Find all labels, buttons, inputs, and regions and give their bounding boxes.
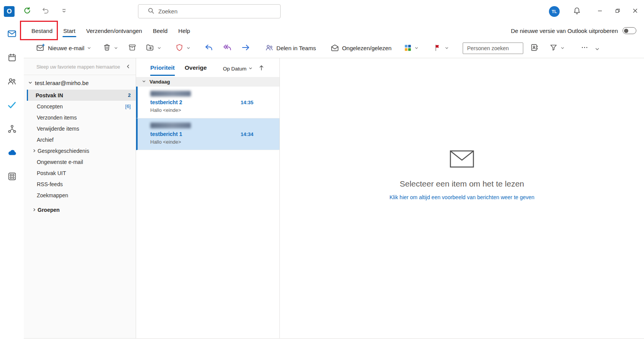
reply-icon (204, 43, 214, 53)
groups-section[interactable]: Groepen (27, 204, 136, 215)
people-search-input[interactable] (463, 43, 523, 54)
group-header-today[interactable]: Vandaag (136, 77, 279, 87)
forward-icon (241, 43, 250, 53)
calendar-module-button[interactable] (7, 53, 17, 64)
always-preview-link[interactable]: Klik hier om altijd een voorbeeld van be… (389, 194, 534, 200)
people-module-button[interactable] (7, 77, 17, 87)
favorites-hint: Sleep uw favoriete mappen hiernaartoe (36, 64, 136, 70)
undo-icon (41, 7, 50, 16)
org-chart-icon (7, 124, 17, 135)
close-icon (632, 8, 638, 15)
todo-module-button[interactable] (7, 100, 17, 111)
chevron-down-icon (61, 8, 67, 15)
folder-label: Postvak UIT (37, 170, 66, 176)
delete-button[interactable] (100, 41, 121, 55)
address-book-button[interactable] (527, 41, 542, 55)
quick-access-menu-button[interactable] (58, 6, 70, 17)
sort-direction-button[interactable] (259, 65, 264, 76)
arrow-up-icon (259, 66, 264, 72)
tab-focused[interactable]: Prioriteit (150, 64, 175, 76)
report-button[interactable] (172, 41, 194, 55)
calendar-icon (7, 53, 17, 64)
status-bar (24, 338, 644, 362)
ribbon-collapse-button[interactable] (591, 43, 603, 56)
chevron-down-icon (114, 46, 118, 50)
mail-module-button[interactable] (7, 29, 17, 40)
chevron-right-icon (32, 207, 36, 213)
tab-verzenden-ontvangen[interactable]: Verzenden/ontvangen (81, 23, 148, 38)
share-teams-label: Delen in Teams (276, 45, 316, 51)
draft-count: [6] (125, 103, 131, 109)
message-preview: Hallo <einde> (150, 107, 275, 113)
reading-pane: Selecteer een item om het te lezen Klik … (280, 58, 644, 338)
folder-label: Gesprekgeschiedenis (38, 148, 89, 154)
new-email-label: Nieuwe e-mail (48, 45, 84, 51)
message-row[interactable]: testbericht 1 14:34 Hallo <einde> (136, 118, 279, 150)
onedrive-module-button[interactable] (7, 148, 17, 159)
reply-all-button[interactable] (220, 41, 235, 55)
message-preview: Hallo <einde> (150, 139, 275, 145)
categorize-button[interactable] (401, 41, 422, 55)
sync-button[interactable] (21, 6, 33, 17)
folder-search-folders[interactable]: Zoekmappen (27, 190, 136, 201)
reply-all-icon (223, 43, 232, 53)
titlebar: O TL (0, 0, 644, 23)
bell-icon (573, 7, 581, 16)
more-apps-button[interactable] (7, 172, 17, 182)
collapse-pane-button[interactable] (126, 64, 131, 70)
folder-junk[interactable]: Ongewenste e-mail (27, 156, 136, 167)
account-avatar[interactable]: TL (549, 6, 560, 17)
archive-button[interactable] (125, 41, 140, 55)
message-row[interactable]: testbericht 2 14:35 Hallo <einde> (136, 87, 279, 118)
minimize-button[interactable] (591, 0, 609, 23)
close-button[interactable] (626, 0, 644, 23)
notifications-button[interactable] (571, 6, 583, 17)
folder-drafts[interactable]: Concepten [6] (27, 101, 136, 112)
account-row[interactable]: test.leraar@mirho.be (24, 76, 136, 90)
chevron-down-icon (87, 46, 91, 50)
unread-count: 2 (128, 92, 131, 98)
tab-bestand[interactable]: Bestand (26, 23, 58, 38)
tab-help[interactable]: Help (173, 23, 196, 38)
new-email-button[interactable]: Nieuwe e-mail (33, 41, 94, 55)
reply-button[interactable] (201, 41, 217, 55)
share-teams-button[interactable]: Delen in Teams (262, 41, 319, 55)
folder-rss-feeds[interactable]: RSS-feeds (27, 179, 136, 190)
folder-archive[interactable]: Archief (27, 134, 136, 145)
tab-start[interactable]: Start (58, 23, 81, 38)
folder-label: Archief (37, 137, 54, 143)
org-module-button[interactable] (7, 124, 17, 135)
folder-outbox[interactable]: Postvak UIT (27, 167, 136, 179)
undo-button[interactable] (40, 6, 51, 17)
chevron-down-icon (186, 46, 191, 50)
sort-by-button[interactable]: Op Datum (223, 66, 253, 76)
shield-icon (175, 43, 184, 53)
sender-redacted (150, 91, 191, 97)
search-box[interactable] (138, 4, 281, 18)
apps-grid-icon (7, 172, 17, 183)
read-unread-label: Ongelezen/gelezen (342, 45, 391, 51)
folder-inbox[interactable]: Postvak IN 2 (27, 90, 136, 101)
flag-button[interactable] (431, 41, 452, 55)
chevron-down-icon (560, 46, 565, 50)
folder-deleted-items[interactable]: Verwijderde items (27, 123, 136, 134)
folder-sent-items[interactable]: Verzonden items (27, 112, 136, 123)
trash-icon (103, 43, 111, 53)
folder-label: Ongewenste e-mail (37, 159, 83, 165)
tab-beeld[interactable]: Beeld (148, 23, 173, 38)
tab-other[interactable]: Overige (185, 64, 207, 76)
filter-button[interactable] (546, 41, 568, 55)
forward-button[interactable] (238, 41, 253, 55)
more-options-button[interactable] (578, 41, 591, 55)
people-icon (7, 76, 17, 88)
restore-button[interactable] (609, 0, 626, 23)
chevron-down-icon (248, 66, 253, 72)
search-input[interactable] (158, 8, 266, 15)
folder-conversation-history[interactable]: Gesprekgeschiedenis (27, 145, 136, 156)
new-outlook-label: De nieuwe versie van Outlook uitproberen (511, 28, 618, 34)
message-subject: testbericht 2 (150, 99, 182, 105)
chevron-down-icon (142, 79, 146, 85)
read-unread-button[interactable]: Ongelezen/gelezen (327, 41, 394, 55)
new-outlook-toggle[interactable] (623, 27, 636, 34)
move-to-button[interactable] (143, 41, 164, 55)
